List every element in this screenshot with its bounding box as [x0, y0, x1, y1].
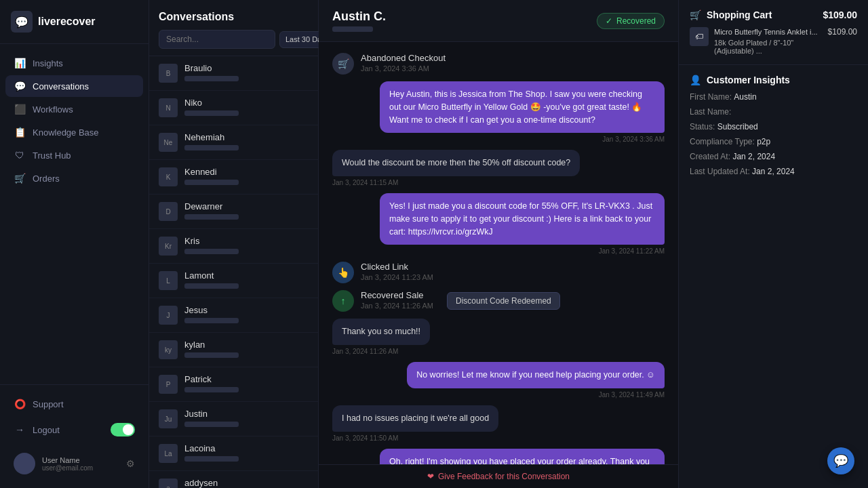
user-info-area: User Name user@email.com ⚙ — [5, 447, 143, 480]
avatar: N — [159, 98, 178, 117]
list-item[interactable]: ky kylan — [149, 333, 318, 367]
sidebar-item-orders-label: Orders — [33, 174, 60, 184]
chat-main: Austin C. ✓ Recovered 🛒 Abandoned Checko… — [319, 0, 678, 488]
message-incoming-2: Thank you so much!! Jan 3, 2024 11:26 AM — [332, 319, 665, 355]
support-icon: ⭕ — [14, 399, 26, 409]
sidebar-item-support-label: Support — [33, 399, 64, 409]
chat-footer: ❤ Give Feedback for this Conversation — [319, 464, 678, 488]
trust-hub-icon: 🛡 — [14, 150, 26, 161]
conv-info: Kennedi — [184, 167, 302, 187]
sidebar-item-knowledge-base[interactable]: 📋 Knowledge Base — [5, 121, 143, 143]
heart-icon: ❤ — [427, 472, 434, 481]
event-title: Abandoned Checkout — [361, 53, 446, 63]
list-item[interactable]: a addysen — [149, 471, 318, 488]
insights-icon: 📊 — [14, 58, 26, 68]
message-outgoing-2: Yes! I just made you a discount code for… — [332, 193, 665, 255]
logout-toggle[interactable] — [111, 423, 135, 436]
customer-insights-section: 👤 Customer Insights First Name: Austin L… — [679, 65, 868, 191]
avatar: Ne — [159, 133, 178, 152]
conv-preview — [184, 387, 239, 392]
list-item[interactable]: D Dewarner — [149, 195, 318, 229]
customer-title-row: 👤 Customer Insights — [690, 75, 857, 85]
conversations-header: Conversations Last 30 Days ▾ ▦ — [149, 0, 318, 56]
compliance-value: p2p — [757, 137, 770, 146]
conv-preview — [184, 422, 239, 427]
sidebar-item-workflows[interactable]: ⬛ Workflows — [5, 98, 143, 120]
conv-preview — [184, 456, 239, 462]
conv-name: Dewarner — [184, 201, 302, 211]
cart-item-sub: 18k Gold Plated / 8"-10" (Adjustable) ..… — [714, 39, 823, 55]
logo-area: 💬 liverecover — [0, 0, 149, 44]
customer-created: Created At: Jan 2, 2024 — [690, 152, 857, 161]
created-value: Jan 2, 2024 — [732, 152, 775, 161]
created-label: Created At: — [690, 152, 730, 161]
avatar: D — [159, 202, 178, 221]
conv-preview — [184, 214, 239, 220]
chat-contact-info: Austin C. — [332, 9, 386, 32]
feedback-button[interactable]: ❤ Give Feedback for this Conversation — [427, 472, 570, 481]
customer-status: Status: Subscribed — [690, 122, 857, 131]
avatar: ky — [159, 340, 178, 359]
conversations-title: Conversations — [159, 11, 309, 23]
sidebar-item-logout[interactable]: → Logout — [5, 418, 143, 442]
list-item[interactable]: Ne Nehemiah — [149, 125, 318, 160]
avatar: P — [159, 375, 178, 394]
conv-name: addysen — [184, 478, 302, 488]
sidebar-item-trust-hub[interactable]: 🛡 Trust Hub — [5, 144, 143, 166]
customer-updated: Last Updated At: Jan 2, 2024 — [690, 167, 857, 176]
conv-info: Nehemiah — [184, 132, 302, 152]
conv-name: Patrick — [184, 374, 302, 384]
conv-info: addysen — [184, 478, 302, 488]
conv-name: kylan — [184, 340, 302, 350]
list-item[interactable]: J Jesus — [149, 298, 318, 333]
conv-info: Niko — [184, 98, 302, 118]
conversations-scroll[interactable]: B Braulio N Niko Ne Nehemiah K — [149, 56, 318, 488]
list-item[interactable]: B Braulio — [149, 56, 318, 91]
list-item[interactable]: K Kennedi — [149, 160, 318, 195]
message-time: Jan 3, 2024 11:26 AM — [332, 348, 398, 355]
person-icon: 👤 — [690, 75, 701, 85]
avatar: Kr — [159, 237, 178, 256]
sidebar-item-insights[interactable]: 📊 Insights — [5, 52, 143, 74]
list-item[interactable]: P Patrick — [149, 367, 318, 402]
live-chat-widget[interactable]: 💬 — [827, 447, 854, 474]
avatar: J — [159, 306, 178, 325]
conv-name: Lacoina — [184, 443, 302, 453]
shopping-cart-section: 🛒 Shopping Cart $109.00 🏷 Micro Butterfl… — [679, 0, 868, 65]
conv-info: Braulio — [184, 63, 302, 83]
conv-name: Jesus — [184, 305, 302, 315]
user-name: User Name — [42, 456, 119, 464]
chat-body[interactable]: 🛒 Abandoned Checkout Jan 3, 2024 3:36 AM… — [319, 42, 678, 464]
logo-icon: 💬 — [11, 11, 33, 33]
message-bubble: I had no issues placing it we're all goo… — [332, 405, 498, 432]
sidebar-bottom: ⭕ Support → Logout User Name user@email.… — [0, 384, 149, 488]
settings-icon[interactable]: ⚙ — [126, 458, 135, 469]
cart-title-text: 🛒 Shopping Cart — [690, 9, 772, 20]
updated-label: Last Updated At: — [690, 167, 750, 176]
conv-preview — [184, 180, 239, 185]
list-item[interactable]: N Niko — [149, 91, 318, 125]
cart-item-name: Micro Butterfly Tennis Anklet i... — [714, 27, 823, 37]
conv-preview — [184, 352, 239, 358]
message-outgoing-4: Oh, right! I'm showing you have placed y… — [332, 449, 665, 465]
event-info: Abandoned Checkout Jan 3, 2024 3:36 AM — [361, 53, 446, 73]
search-input[interactable] — [159, 30, 275, 49]
event-abandoned-checkout: 🛒 Abandoned Checkout Jan 3, 2024 3:36 AM — [332, 53, 665, 75]
discount-badge: Discount Code Redeemed — [447, 292, 560, 310]
list-item[interactable]: Ju Justin — [149, 402, 318, 436]
customer-last-name: Last Name: — [690, 107, 857, 117]
message-outgoing-3: No worries! Let me know if you need help… — [332, 362, 665, 399]
list-item[interactable]: La Lacoina — [149, 436, 318, 471]
cart-total: $109.00 — [823, 9, 857, 20]
message-time: Jan 3, 2024 11:22 AM — [599, 247, 665, 255]
list-item[interactable]: Kr Kris — [149, 229, 318, 264]
first-name-label: First Name: — [690, 92, 732, 102]
compliance-label: Compliance Type: — [690, 137, 755, 146]
message-time: Jan 3, 2024 11:49 AM — [599, 391, 665, 399]
orders-icon: 🛒 — [14, 173, 26, 184]
sidebar-item-support[interactable]: ⭕ Support — [5, 393, 143, 415]
avatar: B — [159, 64, 178, 83]
sidebar-item-conversations[interactable]: 💬 Conversations — [5, 75, 143, 97]
list-item[interactable]: L Lamont — [149, 264, 318, 298]
sidebar-item-orders[interactable]: 🛒 Orders — [5, 167, 143, 189]
